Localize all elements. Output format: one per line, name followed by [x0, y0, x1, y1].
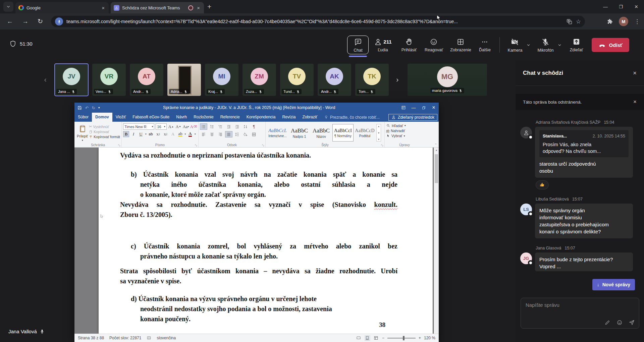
text-effects-button[interactable]: A — [170, 131, 176, 137]
participant-tile[interactable]: TV Tund... — [280, 64, 314, 96]
shading-button[interactable] — [242, 131, 249, 137]
chat-button[interactable]: Chat — [347, 36, 369, 54]
tab-domov[interactable]: Domov — [92, 113, 112, 122]
scrollbar-thumb[interactable] — [435, 154, 438, 183]
language-indicator[interactable]: slovenčina — [157, 336, 176, 340]
participant-tile[interactable]: MI Kraj... — [205, 64, 238, 96]
message-input[interactable]: Napíšte správu — [521, 298, 639, 329]
style-card[interactable]: AaBbCNázov — [311, 124, 332, 141]
camera-button[interactable]: Kamera — [504, 38, 525, 53]
participant-tile[interactable]: MG maria gavorova — [408, 64, 487, 96]
browser-menu-icon[interactable]: ⋮ — [634, 18, 640, 25]
dialog-launcher-icon[interactable] — [195, 143, 198, 147]
tell-me-search[interactable]: Prezradte, čo chcete robiť... — [324, 115, 380, 120]
italic-button[interactable]: I — [130, 131, 137, 137]
reaction-pill[interactable] — [536, 180, 549, 189]
superscript-button[interactable]: x2 — [163, 131, 169, 137]
web-layout-icon[interactable] — [373, 335, 379, 341]
multilevel-list-button[interactable] — [217, 123, 224, 130]
profile-avatar[interactable]: M — [619, 17, 628, 26]
dialog-launcher-icon[interactable] — [118, 143, 121, 147]
tab-navrh[interactable]: Návrh — [173, 113, 190, 122]
address-bar[interactable]: teams.microsoft.com/light-meetings/launc… — [51, 16, 585, 27]
save-icon[interactable] — [77, 105, 82, 110]
clear-formatting-button[interactable]: A⌫ — [190, 124, 197, 130]
document-page[interactable]: Vydáva sa rozhodnutie o nepriznaní posta… — [99, 148, 433, 334]
close-button[interactable]: × — [629, 0, 644, 13]
bold-button[interactable]: B — [123, 131, 129, 137]
copy-button[interactable]: Kopírovať — [89, 130, 120, 134]
more-button[interactable]: Ďalšie — [475, 38, 495, 52]
maximize-button[interactable]: ❐ — [613, 0, 629, 13]
participant-tile[interactable]: AT Andr... — [130, 64, 163, 96]
raise-hand-button[interactable]: Prihlásiť — [397, 38, 421, 52]
increase-indent-button[interactable] — [233, 123, 241, 130]
view-button[interactable]: Zobrazenie — [446, 38, 475, 52]
shrink-font-button[interactable]: A▼ — [175, 124, 181, 130]
zoom-slider-thumb[interactable] — [403, 336, 405, 340]
sort-button[interactable] — [242, 123, 249, 130]
format-pen-icon[interactable] — [604, 319, 610, 326]
align-left-button[interactable] — [200, 131, 207, 137]
participant-tile[interactable]: VR Vero... — [92, 64, 126, 96]
tab-revizia[interactable]: Revízia — [279, 113, 299, 122]
line-spacing-button[interactable] — [233, 131, 241, 137]
font-color-button[interactable]: A — [187, 131, 193, 137]
tab-referencie[interactable]: Referencie — [217, 113, 243, 122]
tab-rozlozenie[interactable]: Rozloženie — [190, 113, 217, 122]
select-button[interactable]: Vybrať▾ — [386, 134, 423, 138]
dialog-launcher-icon[interactable] — [381, 143, 384, 147]
format-painter-button[interactable]: Kopírovať formát — [89, 135, 120, 139]
document-scrollbar[interactable]: ▴ — [434, 148, 439, 334]
mic-permission-icon[interactable] — [55, 17, 63, 25]
translate-icon[interactable] — [566, 18, 573, 24]
send-icon[interactable] — [629, 319, 635, 326]
minimize-button[interactable]: — — [598, 0, 613, 13]
style-card[interactable]: AaBbCcDPodtitul — [354, 124, 375, 141]
notice-close-icon[interactable]: × — [633, 99, 637, 105]
replace-button[interactable]: abNahradiť — [386, 129, 423, 133]
extensions-icon[interactable] — [607, 18, 613, 25]
forward-button[interactable]: → — [22, 17, 29, 25]
borders-button[interactable] — [250, 131, 258, 137]
zoom-in-button[interactable]: + — [419, 336, 421, 340]
tab-vlozit[interactable]: Vložiť — [112, 113, 129, 122]
reload-button[interactable]: ↻ — [38, 17, 43, 25]
chat-close-icon[interactable]: × — [633, 69, 637, 77]
zoom-slider[interactable] — [387, 338, 416, 339]
document-canvas[interactable]: Vydáva sa rozhodnutie o nepriznaní posta… — [74, 148, 439, 334]
tab-search-button[interactable] — [3, 2, 13, 12]
print-layout-icon[interactable] — [365, 335, 370, 341]
dialog-launcher-icon[interactable] — [262, 143, 265, 147]
word-restore-button[interactable] — [419, 103, 429, 113]
chat-message-list[interactable]: Adriana Svitaňová Krajčíová SAŽP15:04 St… — [516, 110, 644, 295]
grow-font-button[interactable]: A▲ — [168, 124, 174, 130]
tab-teams-meeting[interactable]: Schôdza cez Microsoft Teams × — [111, 2, 204, 13]
shared-resource-button[interactable]: Zdieľaný prostriedok — [388, 114, 437, 121]
style-card[interactable]: AaBbCNadpis 1 — [289, 124, 310, 141]
font-size-select[interactable]: 16▾ — [156, 123, 166, 130]
paste-button[interactable]: Prilepiť▾ — [76, 123, 89, 142]
style-card-selected[interactable]: AaBbCcI¶ Normálny — [332, 124, 354, 141]
participant-tile[interactable]: JV Jana ... — [55, 64, 88, 96]
tab-google[interactable]: Google × — [15, 2, 109, 13]
tab-subor[interactable]: Súbor — [74, 113, 92, 122]
share-button[interactable]: Zdieľať — [566, 38, 586, 52]
underline-button[interactable]: U — [138, 131, 144, 137]
camera-options-chevron[interactable] — [526, 42, 531, 48]
participant-tile[interactable]: ZM Zuza... — [243, 64, 276, 96]
change-case-button[interactable]: Aa▾ — [183, 124, 189, 130]
participant-tile[interactable]: AK Andr... — [318, 64, 351, 96]
cut-button[interactable]: ✂Vystrihnúť — [89, 124, 120, 129]
style-card[interactable]: AaBbCcLIntenzívne... — [267, 124, 288, 141]
tab-fabasoft[interactable]: Fabasoft eGov-Suite — [129, 113, 173, 122]
styles-scrollbar[interactable]: ▴▾▾ — [376, 124, 381, 141]
redo-icon[interactable]: ↻ — [92, 105, 95, 110]
proofing-book-icon[interactable] — [147, 336, 151, 340]
decrease-indent-button[interactable] — [225, 123, 232, 130]
zoom-out-button[interactable]: − — [382, 336, 384, 340]
word-count[interactable]: Počet slov: 22871 — [109, 336, 141, 340]
new-tab-button[interactable]: + — [207, 3, 211, 11]
ribbon-display-options-icon[interactable] — [398, 103, 409, 113]
participant-tile-video[interactable]: Adria... — [167, 64, 201, 96]
